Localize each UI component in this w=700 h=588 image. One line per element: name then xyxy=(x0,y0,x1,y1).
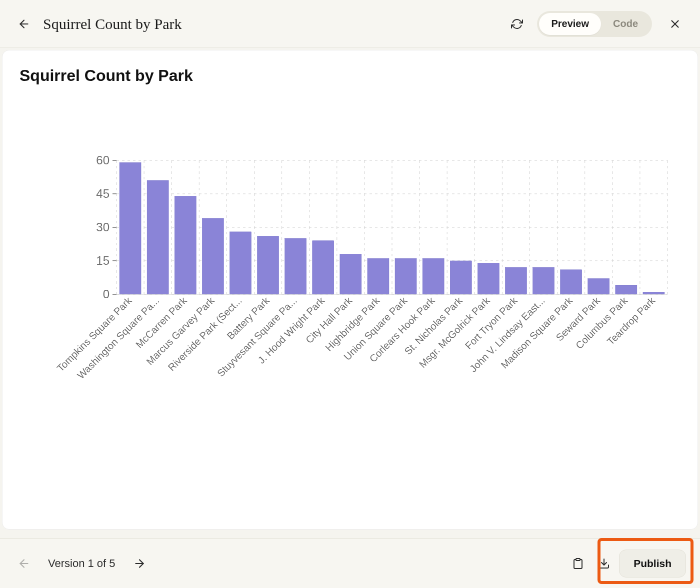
bar xyxy=(450,261,472,294)
svg-text:45: 45 xyxy=(96,187,110,200)
bar xyxy=(505,267,526,294)
arrow-right-icon xyxy=(133,557,146,570)
svg-text:0: 0 xyxy=(103,287,110,301)
bar xyxy=(285,238,306,294)
footer-bar: Version 1 of 5 Publish xyxy=(0,538,700,588)
bar xyxy=(422,259,444,294)
version-next-button[interactable] xyxy=(130,554,150,574)
close-icon xyxy=(668,17,682,30)
bar xyxy=(560,270,582,294)
bar xyxy=(258,236,279,294)
clipboard-icon xyxy=(572,558,584,570)
preview-panel: Squirrel Count by Park 015304560Tompkins… xyxy=(2,50,698,530)
bar xyxy=(643,292,664,294)
bar xyxy=(478,263,499,294)
tab-code[interactable]: Code xyxy=(601,13,650,35)
bar xyxy=(120,162,141,294)
back-button[interactable] xyxy=(14,14,34,34)
download-icon xyxy=(598,558,610,570)
svg-text:60: 60 xyxy=(96,153,110,167)
version-label: Version 1 of 5 xyxy=(48,557,116,570)
arrow-left-icon xyxy=(18,17,30,30)
version-prev-button[interactable] xyxy=(14,554,34,574)
close-button[interactable] xyxy=(664,13,686,35)
bar xyxy=(340,254,362,294)
chart: 015304560Tompkins Square ParkWashington … xyxy=(26,110,678,514)
x-tick-label: Teardrop Park xyxy=(605,295,658,347)
svg-rect-42 xyxy=(576,559,580,561)
bar xyxy=(616,285,637,294)
bar xyxy=(588,279,610,294)
download-button[interactable] xyxy=(593,553,615,575)
refresh-icon xyxy=(511,18,523,30)
refresh-button[interactable] xyxy=(506,13,528,35)
publish-button[interactable]: Publish xyxy=(619,550,686,578)
bar xyxy=(395,259,416,294)
chart-title: Squirrel Count by Park xyxy=(20,66,684,85)
bar xyxy=(368,259,389,294)
svg-text:30: 30 xyxy=(96,220,110,234)
arrow-left-icon xyxy=(18,557,30,570)
copy-button[interactable] xyxy=(567,553,589,575)
bar xyxy=(533,267,554,294)
svg-text:15: 15 xyxy=(96,254,110,267)
bar xyxy=(230,232,251,294)
tab-preview[interactable]: Preview xyxy=(539,13,601,35)
header-bar: Squirrel Count by Park Preview Code xyxy=(0,0,700,48)
view-toggle: Preview Code xyxy=(537,11,652,37)
bar xyxy=(312,241,334,294)
page-title: Squirrel Count by Park xyxy=(43,15,182,32)
bar xyxy=(174,196,196,294)
bar xyxy=(147,180,168,294)
bar xyxy=(202,218,224,294)
